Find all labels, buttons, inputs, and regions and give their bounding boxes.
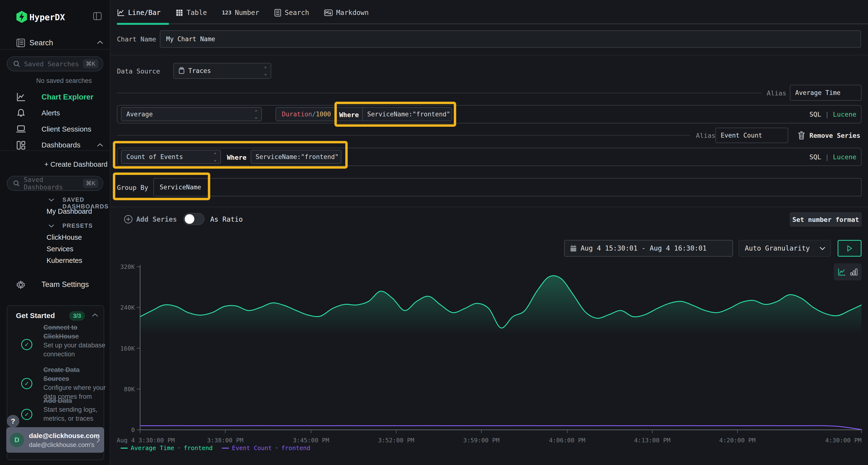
tab-search[interactable]: Search	[274, 9, 309, 16]
series1-aggregation-select[interactable]: Average ⌃⌄	[121, 107, 262, 121]
as-ratio-toggle[interactable]	[183, 213, 205, 225]
tab-underline-track	[169, 23, 868, 24]
series1-where-input[interactable]: ServiceName:"frontend"	[362, 107, 452, 121]
sidebar-item-client-sessions[interactable]: Client Sessions	[41, 125, 91, 133]
chart-legend[interactable]: Average Time·frontendEvent Count·fronten…	[121, 444, 310, 452]
group-by-value: ServiceName	[160, 184, 201, 191]
play-icon	[847, 245, 852, 252]
sidebar-item-kubernetes[interactable]: Kubernetes	[46, 257, 82, 265]
select-chevrons-icon: ⌃⌄	[214, 152, 217, 162]
series1-alias-input[interactable]: Average Time	[790, 85, 862, 101]
tab-markdown[interactable]: Markdown	[324, 9, 369, 16]
series2-where-label: Where	[227, 154, 246, 161]
sidebar: HyperDX Search Saved Searches ⌘K No save…	[0, 0, 110, 465]
get-started-item-title[interactable]: Add Data	[43, 396, 106, 405]
tab-label: Number	[235, 9, 259, 16]
user-email: dale@clickhouse.com	[29, 432, 100, 440]
tab-table[interactable]: Table	[176, 9, 207, 16]
series1-aggregation-value: Average	[126, 110, 153, 118]
series2-language-switch[interactable]: SQL | Lucene	[809, 153, 857, 161]
sidebar-item-my-dashboard[interactable]: My Dashboard	[46, 207, 92, 215]
tab-number[interactable]: 123 Number	[222, 9, 259, 16]
user-chip[interactable]: D dale@clickhouse.com dale@clickhouse.co…	[6, 427, 104, 453]
trash-icon[interactable]	[798, 131, 805, 140]
presets-header[interactable]: PRESETS	[62, 222, 93, 229]
sql-option[interactable]: SQL	[809, 110, 821, 118]
sidebar-item-clickhouse[interactable]: ClickHouse	[46, 233, 82, 241]
chevron-down-icon[interactable]	[48, 224, 55, 228]
timeseries-chart[interactable]: 080K160K240K320KAug 4 3:30:00 PM3:38:00 …	[110, 260, 868, 443]
series2-aggregation-select[interactable]: Count of Events ⌃⌄	[121, 150, 221, 164]
series1-where-label: Where	[339, 111, 359, 119]
tab-label: Markdown	[336, 9, 369, 16]
as-ratio-label: As Ratio	[210, 215, 243, 223]
lucene-option[interactable]: Lucene	[833, 153, 857, 161]
series1-where-value: ServiceName:"frontend"	[367, 110, 450, 118]
chevron-down-icon[interactable]	[48, 198, 55, 202]
shortcut-badge: ⌘K	[83, 179, 98, 188]
divider	[110, 55, 868, 56]
lucene-option[interactable]: Lucene	[833, 110, 857, 118]
chevron-up-icon[interactable]	[96, 40, 104, 45]
sidebar-item-services[interactable]: Services	[46, 245, 73, 253]
y-axis-tick-label: 80K	[124, 386, 135, 393]
tab-label: Table	[187, 9, 207, 16]
separator: |	[825, 153, 833, 161]
add-series-button[interactable]: Add Series	[136, 215, 177, 223]
granularity-select[interactable]: Auto Granularity	[739, 240, 831, 257]
tab-line-bar[interactable]: Line/Bar	[117, 9, 161, 16]
time-range-value: Aug 4 15:30:01 - Aug 4 16:30:01	[581, 244, 707, 252]
data-source-select[interactable]: Traces ⌃⌄	[173, 63, 271, 79]
get-started-item-title[interactable]: Connect to ClickHouse	[43, 323, 106, 341]
run-query-button[interactable]	[838, 240, 862, 257]
sidebar-item-dashboards[interactable]: Dashboards	[41, 141, 81, 149]
saved-dashboards-placeholder: Saved Dashboards	[24, 176, 83, 191]
divider	[117, 93, 762, 93]
chevron-up-icon[interactable]	[92, 313, 98, 317]
legend-item[interactable]: Event Count·frontend	[222, 444, 310, 452]
sidebar-item-chart-explorer[interactable]: Chart Explorer	[41, 93, 93, 101]
field-number: 1000	[316, 110, 331, 118]
database-icon	[178, 67, 185, 74]
chevron-up-icon[interactable]	[96, 143, 104, 147]
search-icon	[13, 60, 20, 67]
search-section-icon	[16, 38, 26, 48]
field-operator: /	[312, 110, 316, 118]
tab-underline-active	[117, 23, 169, 25]
x-axis-tick-label: 3:52:00 PM	[378, 437, 414, 443]
legend-item[interactable]: Average Time·frontend	[121, 444, 213, 452]
create-dashboard-button[interactable]: + Create Dashboard	[44, 161, 107, 168]
series2-aggregation-value: Count of Events	[126, 153, 183, 161]
dashboards-icon	[17, 141, 26, 150]
tab-bar: Line/Bar Table 123 Number Search	[117, 9, 369, 16]
chart-name-input[interactable]: My Chart Name	[160, 30, 861, 48]
x-axis-tick-label: Aug 4 3:30:00 PM	[117, 437, 175, 443]
time-range-input[interactable]: Aug 4 15:30:01 - Aug 4 16:30:01	[564, 240, 733, 257]
sidebar-section-search[interactable]: Search	[29, 38, 53, 47]
line-chart-icon	[117, 9, 125, 16]
x-axis-tick-label: 4:20:00 PM	[719, 437, 756, 443]
help-button[interactable]: ?	[7, 415, 19, 427]
series-area	[140, 276, 862, 430]
add-circle-icon[interactable]	[124, 215, 133, 224]
legend-swatch	[222, 447, 229, 449]
series2-alias-input[interactable]: Event Count	[715, 128, 788, 143]
group-by-input[interactable]: ServiceName	[153, 178, 862, 196]
set-number-format-button[interactable]: Set number format	[790, 212, 862, 227]
collapse-sidebar-icon[interactable]	[93, 12, 102, 20]
series1-language-switch[interactable]: SQL | Lucene	[809, 110, 857, 118]
legend-separator: ·	[177, 444, 181, 452]
get-started-item-title[interactable]: Create Data Sources	[43, 365, 106, 383]
sidebar-item-team-settings[interactable]: Team Settings	[41, 280, 89, 289]
saved-searches-input[interactable]: Saved Searches ⌘K	[7, 56, 103, 71]
x-axis-tick-label: 4:13:00 PM	[634, 437, 671, 443]
saved-dashboards-input[interactable]: Saved Dashboards ⌘K	[7, 176, 103, 191]
series2-where-input[interactable]: ServiceName:"frontend"	[251, 150, 341, 164]
legend-separator: ·	[275, 444, 278, 452]
x-axis-tick-label: 3:38:00 PM	[207, 437, 244, 443]
x-axis-tick-label: 4:06:00 PM	[549, 437, 585, 443]
sidebar-item-alerts[interactable]: Alerts	[41, 109, 60, 117]
remove-series-button[interactable]: Remove Series	[809, 132, 860, 139]
sql-option[interactable]: SQL	[809, 153, 821, 161]
data-source-label: Data Source	[117, 67, 160, 75]
